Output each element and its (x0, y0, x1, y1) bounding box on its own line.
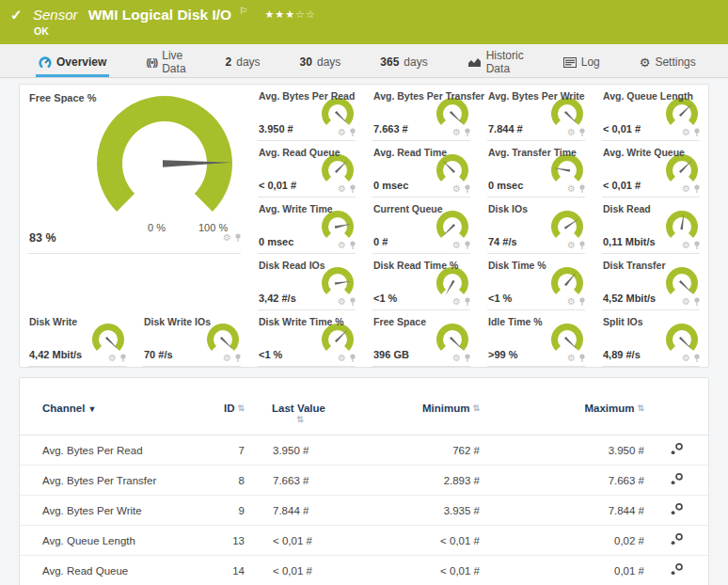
gauge-tile[interactable]: Avg. Bytes Per Transfer7.663 #⚙ (364, 85, 479, 141)
gauge-tile[interactable]: Avg. Read Time0 msec⚙ (364, 141, 479, 198)
gauge-tile[interactable]: Disk Write IOs70 #/s⚙ (135, 310, 249, 367)
cell-actions[interactable] (644, 526, 708, 556)
gauge-tile[interactable]: Free Space396 GB⚙ (364, 310, 479, 367)
gauge-tile[interactable]: Avg. Read Queue< 0,01 #⚙ (249, 141, 364, 198)
gauge-tile-primary[interactable]: Free Space %0 %100 %83 %⚙ (20, 85, 249, 254)
gauge-settings-gear-icon[interactable]: ⚙ (567, 241, 576, 250)
pin-icon[interactable] (578, 128, 586, 137)
gauge-tile[interactable]: Avg. Bytes Per Write7.844 #⚙ (479, 85, 593, 141)
tab-historic-data[interactable]: Historic Data (465, 44, 527, 77)
pin-icon[interactable] (349, 184, 356, 194)
tab-live-data[interactable]: ((•))Live Data (143, 44, 188, 77)
pin-icon[interactable] (578, 241, 586, 250)
gauge-tile[interactable]: Disk Write4,42 Mbit/s⚙ (20, 310, 135, 367)
stars-filled[interactable]: ★★★ (264, 8, 295, 20)
gauge-tile[interactable]: Disk Time %<1 %⚙ (479, 254, 593, 310)
channel-edit-icon[interactable] (670, 502, 684, 516)
cell-actions[interactable] (644, 556, 708, 585)
gauge-settings-gear-icon[interactable]: ⚙ (452, 184, 461, 194)
gauge-settings-gear-icon[interactable]: ⚙ (682, 184, 690, 194)
column-header-last-value[interactable]: Last Value ⇅ (245, 397, 353, 435)
cell-channel[interactable]: Avg. Queue Length (20, 526, 198, 556)
sort-icon[interactable]: ⇅ (237, 403, 245, 413)
gauge-tile[interactable]: Current Queue0 #⚙ (364, 198, 479, 254)
gauge-tile[interactable]: Disk Read IOs3,42 #/s⚙ (249, 254, 364, 310)
gauge-settings-gear-icon[interactable]: ⚙ (338, 354, 346, 363)
gauge-settings-gear-icon[interactable]: ⚙ (452, 297, 461, 307)
cell-channel[interactable]: Avg. Bytes Per Transfer (20, 466, 198, 496)
pin-icon[interactable] (119, 354, 127, 363)
cell-actions[interactable] (644, 466, 708, 496)
channel-edit-icon[interactable] (670, 472, 684, 486)
cell-channel[interactable]: Avg. Read Queue (20, 556, 198, 585)
pin-icon[interactable] (693, 241, 701, 250)
table-row[interactable]: Avg. Bytes Per Read73.950 #762 #3.950 # (20, 435, 708, 466)
pin-icon[interactable] (693, 297, 701, 307)
pin-icon[interactable] (234, 354, 242, 363)
pin-icon[interactable] (349, 354, 356, 363)
priority-flag-icon[interactable]: ⚐ (239, 6, 247, 16)
pin-icon[interactable] (578, 297, 586, 307)
pin-icon[interactable] (578, 354, 586, 363)
channel-sort-dropdown-icon[interactable]: ▼ (87, 404, 96, 414)
tab-365-days[interactable]: 365days (377, 44, 430, 77)
pin-icon[interactable] (464, 297, 471, 307)
gauge-settings-gear-icon[interactable]: ⚙ (452, 354, 461, 363)
pin-icon[interactable] (234, 233, 242, 243)
cell-actions[interactable] (644, 496, 708, 526)
gauge-settings-gear-icon[interactable]: ⚙ (223, 354, 231, 363)
table-row[interactable]: Avg. Bytes Per Write97.844 #3.935 #7.844… (20, 496, 708, 526)
pin-icon[interactable] (693, 184, 701, 194)
table-row[interactable]: Avg. Bytes Per Transfer87.663 #2.893 #7.… (20, 466, 708, 496)
gauge-settings-gear-icon[interactable]: ⚙ (682, 241, 690, 250)
channel-edit-icon[interactable] (670, 532, 684, 546)
cell-channel[interactable]: Avg. Bytes Per Read (20, 435, 198, 466)
gauge-tile[interactable]: Avg. Write Time0 msec⚙ (249, 198, 364, 254)
channel-edit-icon[interactable] (670, 442, 684, 456)
gauge-settings-gear-icon[interactable]: ⚙ (682, 128, 690, 137)
pin-icon[interactable] (464, 184, 471, 194)
column-header-maximum[interactable]: Maximum⇅ (480, 397, 644, 435)
gauge-tile[interactable]: Disk IOs74 #/s⚙ (479, 198, 593, 254)
sort-icon[interactable]: ⇅ (296, 415, 304, 424)
gauge-settings-gear-icon[interactable]: ⚙ (338, 241, 346, 250)
pin-icon[interactable] (578, 184, 586, 194)
pin-icon[interactable] (693, 354, 701, 363)
column-header-minimum[interactable]: Minimum⇅ (353, 397, 480, 435)
cell-actions[interactable] (644, 435, 708, 466)
gauge-settings-gear-icon[interactable]: ⚙ (567, 297, 576, 307)
gauge-tile[interactable]: Disk Read Time %<1 %⚙ (364, 254, 479, 310)
pin-icon[interactable] (464, 241, 471, 250)
column-header-id[interactable]: ID⇅ (198, 397, 245, 435)
pin-icon[interactable] (464, 128, 471, 137)
pin-icon[interactable] (349, 128, 356, 137)
gauge-tile[interactable]: Disk Write Time %<1 %⚙ (249, 310, 364, 367)
sort-icon[interactable]: ⇅ (637, 403, 644, 413)
gauge-tile[interactable]: Avg. Write Queue< 0,01 #⚙ (593, 141, 708, 198)
tab-settings[interactable]: ⚙Settings (637, 44, 699, 77)
gauge-tile[interactable]: Idle Time %>99 %⚙ (479, 310, 593, 367)
channel-edit-icon[interactable] (670, 562, 684, 577)
gauge-settings-gear-icon[interactable]: ⚙ (223, 233, 231, 243)
pin-icon[interactable] (349, 297, 356, 307)
gauge-settings-gear-icon[interactable]: ⚙ (338, 184, 346, 194)
tab-30-days[interactable]: 30days (297, 44, 344, 77)
gauge-settings-gear-icon[interactable]: ⚙ (567, 128, 576, 137)
favorite-rating[interactable]: ★★★☆☆ (264, 8, 315, 20)
cell-channel[interactable]: Avg. Bytes Per Write (20, 496, 198, 526)
gauge-settings-gear-icon[interactable]: ⚙ (567, 354, 576, 363)
tab-overview[interactable]: Overview (36, 44, 109, 77)
gauge-tile[interactable]: Split IOs4,89 #/s⚙ (593, 310, 708, 367)
gauge-tile[interactable]: Disk Read0,11 Mbit/s⚙ (593, 198, 708, 254)
gauge-tile[interactable]: Avg. Transfer Time0 msec⚙ (479, 141, 593, 198)
gauge-settings-gear-icon[interactable]: ⚙ (682, 297, 690, 307)
column-header-channel[interactable]: Channel▼ (20, 397, 198, 435)
tab-2-days[interactable]: 2days (223, 44, 263, 77)
gauge-tile[interactable]: Avg. Bytes Per Read3.950 #⚙ (249, 85, 364, 141)
gauge-settings-gear-icon[interactable]: ⚙ (338, 128, 346, 137)
gauge-settings-gear-icon[interactable]: ⚙ (108, 354, 117, 363)
gauge-tile[interactable]: Avg. Queue Length< 0,01 #⚙ (593, 85, 708, 141)
gauge-tile[interactable]: Disk Transfer4,52 Mbit/s⚙ (593, 254, 708, 310)
pin-icon[interactable] (693, 128, 701, 137)
sort-icon[interactable]: ⇅ (472, 403, 480, 413)
